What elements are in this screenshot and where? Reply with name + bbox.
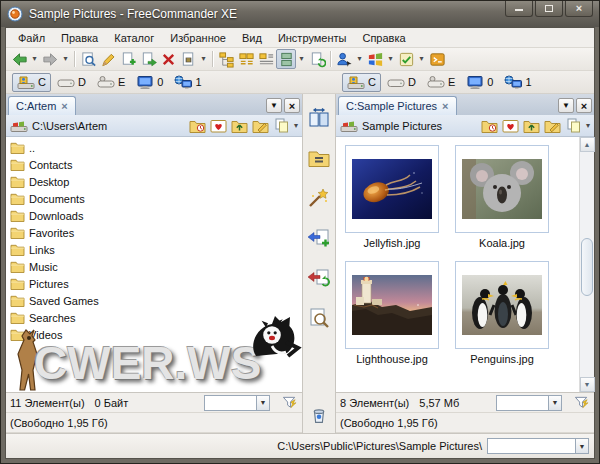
file-thumbnail[interactable]: Lighthouse.jpg (342, 261, 442, 365)
forward-dropdown[interactable]: ▾ (60, 49, 71, 69)
drive-button-0[interactable]: 0 (461, 73, 498, 92)
back-button[interactable] (9, 49, 29, 69)
left-filter-input[interactable] (204, 395, 256, 411)
menu-item-4[interactable]: Вид (234, 30, 270, 46)
recycle-bin-button[interactable] (306, 403, 332, 427)
edit-button[interactable] (98, 49, 118, 69)
tab-close-icon[interactable]: × (442, 101, 448, 112)
folder-up-button[interactable] (523, 118, 541, 134)
copy-path-dropdown[interactable]: ▾ (586, 122, 590, 130)
file-thumbnail[interactable]: Penguins.jpg (452, 261, 552, 365)
right-path-text[interactable]: Sample Pictures (362, 120, 477, 132)
menu-item-6[interactable]: Справка (354, 30, 413, 46)
drive-button-d[interactable]: D (382, 73, 421, 92)
folder-favorites-button[interactable] (210, 118, 228, 134)
user-select-button[interactable] (334, 49, 354, 69)
file-list-button[interactable] (256, 49, 276, 69)
command-combo[interactable]: ▼ (487, 438, 589, 454)
tab-c-artem[interactable]: C:Artem × (8, 96, 76, 115)
drive-button-1[interactable]: 1 (499, 73, 536, 92)
drive-button-c[interactable]: C (12, 73, 51, 92)
folder-edit-button[interactable] (544, 118, 562, 134)
folder-row[interactable]: Links (8, 241, 302, 258)
tab-close-icon[interactable]: × (61, 101, 67, 112)
notes-button[interactable] (396, 49, 416, 69)
copy-path-dropdown[interactable]: ▾ (294, 122, 298, 130)
menu-item-1[interactable]: Правка (53, 30, 106, 46)
menu-item-2[interactable]: Каталог (106, 30, 162, 46)
folder-favorites-button[interactable] (502, 118, 520, 134)
folder-history-button[interactable] (481, 118, 499, 134)
copy-button[interactable] (138, 49, 158, 69)
right-filter-input[interactable] (496, 395, 548, 411)
copy-path-button[interactable] (273, 118, 291, 134)
refresh-button[interactable] (307, 49, 327, 69)
copy-path-button[interactable] (565, 118, 583, 134)
minimize-button[interactable] (505, 1, 533, 17)
drive-button-e[interactable]: E (92, 73, 130, 92)
folder-row[interactable]: Saved Games (8, 292, 302, 309)
folder-row[interactable]: Contacts (8, 156, 302, 173)
folder-row[interactable]: Videos (8, 326, 302, 343)
split-layout-dropdown[interactable]: ▾ (296, 49, 307, 69)
vertical-scrollbar[interactable]: ▲ ▼ (579, 137, 594, 392)
dos-box-button[interactable] (427, 49, 447, 69)
folder-edit-button[interactable] (252, 118, 270, 134)
copy-to-left-button[interactable] (306, 226, 332, 250)
right-filter-button[interactable] (572, 394, 590, 411)
tab-c-sample-pictures[interactable]: C:Sample Pictures × (338, 96, 457, 115)
folder-row[interactable]: Desktop (8, 173, 302, 190)
file-thumbnail[interactable]: Jellyfish.jpg (342, 145, 442, 249)
command-input[interactable] (487, 438, 575, 454)
forward-button[interactable] (40, 49, 60, 69)
folder-row[interactable]: Pictures (8, 275, 302, 292)
folder-tree-button[interactable] (216, 49, 236, 69)
scroll-track[interactable] (580, 152, 595, 377)
wizard-button[interactable] (306, 186, 332, 210)
folder-row[interactable]: .. (8, 139, 302, 156)
title-bar[interactable]: Sample Pictures - FreeCommander XE × (1, 1, 599, 27)
folders-compare-button[interactable] (236, 49, 256, 69)
split-layout-button[interactable] (276, 49, 296, 69)
folder-up-button[interactable] (231, 118, 249, 134)
pack-button[interactable] (178, 49, 198, 69)
drive-button-0[interactable]: 0 (131, 73, 168, 92)
notes-dropdown[interactable]: ▾ (416, 49, 427, 69)
preview-button[interactable] (306, 306, 332, 330)
drive-button-c[interactable]: C (342, 73, 381, 92)
delete-button[interactable] (158, 49, 178, 69)
left-filter-button[interactable] (280, 394, 298, 411)
folder-row[interactable]: Favorites (8, 224, 302, 241)
drive-button-1[interactable]: 1 (169, 73, 206, 92)
back-dropdown[interactable]: ▾ (29, 49, 40, 69)
drive-button-d[interactable]: D (52, 73, 91, 92)
folder-row[interactable]: Searches (8, 309, 302, 326)
scroll-down-button[interactable]: ▼ (580, 377, 595, 392)
menu-item-3[interactable]: Избранное (162, 30, 234, 46)
chevron-down-icon[interactable]: ▼ (256, 395, 270, 411)
folder-row[interactable]: Downloads (8, 207, 302, 224)
drive-button-e[interactable]: E (422, 73, 460, 92)
chevron-down-icon[interactable]: ▼ (575, 438, 589, 454)
right-pane-close-button[interactable]: × (576, 98, 592, 113)
compare-folders-button[interactable] (306, 146, 332, 170)
left-filter-combo[interactable]: ▼ (204, 395, 270, 411)
quick-view-button[interactable] (78, 49, 98, 69)
close-button[interactable]: × (565, 1, 593, 17)
file-thumbnail[interactable]: Koala.jpg (452, 145, 552, 249)
left-pane-menu-button[interactable]: ▼ (266, 98, 282, 113)
user-select-dropdown[interactable]: ▾ (354, 49, 365, 69)
folder-row[interactable]: Documents (8, 190, 302, 207)
left-pane-close-button[interactable]: × (284, 98, 300, 113)
windows-tools-dropdown[interactable]: ▾ (385, 49, 396, 69)
move-to-left-button[interactable] (306, 266, 332, 290)
right-pane-menu-button[interactable]: ▼ (558, 98, 574, 113)
menu-item-5[interactable]: Инструменты (270, 30, 355, 46)
chevron-down-icon[interactable]: ▼ (548, 395, 562, 411)
new-folder-button[interactable] (118, 49, 138, 69)
left-path-text[interactable]: C:\Users\Artem (32, 120, 185, 132)
windows-tools-button[interactable] (365, 49, 385, 69)
maximize-button[interactable] (535, 1, 563, 17)
scroll-up-button[interactable]: ▲ (580, 137, 595, 152)
swap-panels-button[interactable] (306, 106, 332, 130)
